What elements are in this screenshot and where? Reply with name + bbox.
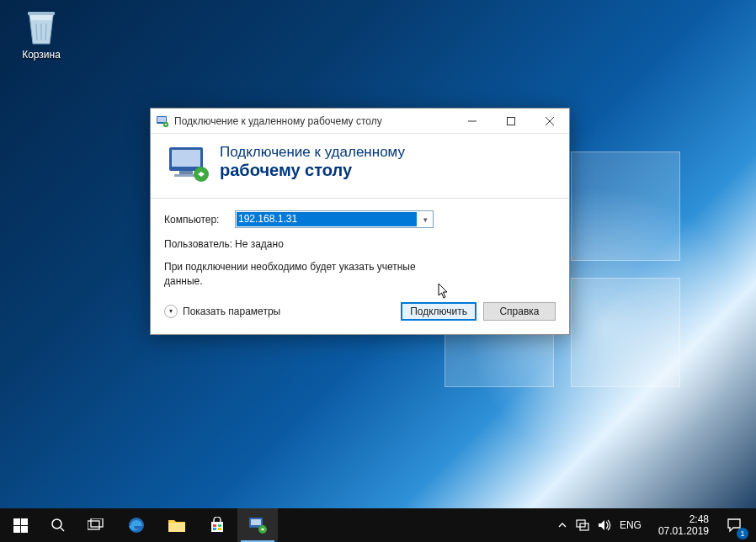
svg-rect-14 bbox=[21, 518, 28, 525]
heading-line1: Подключение к удаленному bbox=[220, 144, 405, 161]
svg-rect-15 bbox=[13, 526, 20, 533]
show-options-label: Показать параметры bbox=[183, 306, 280, 317]
taskbar-edge-icon[interactable] bbox=[116, 508, 157, 542]
recycle-bin[interactable]: Корзина bbox=[10, 7, 72, 61]
notification-badge: 1 bbox=[737, 528, 748, 539]
credentials-hint: При подключении необходимо будет указать… bbox=[164, 260, 417, 289]
tray-language[interactable]: ENG bbox=[620, 519, 642, 531]
chevron-down-icon[interactable]: ▾ bbox=[418, 215, 433, 224]
rdp-logo-icon bbox=[164, 144, 211, 184]
heading-line2: рабочему столу bbox=[220, 161, 405, 180]
svg-rect-28 bbox=[251, 519, 261, 525]
svg-rect-13 bbox=[13, 518, 20, 525]
taskbar-rdp-icon[interactable] bbox=[237, 508, 278, 542]
svg-rect-5 bbox=[508, 118, 515, 125]
svg-rect-2 bbox=[157, 117, 166, 122]
svg-rect-16 bbox=[21, 526, 28, 533]
svg-point-17 bbox=[52, 519, 61, 529]
rdp-window: Подключение к удаленному рабочему столу bbox=[150, 108, 570, 335]
tray-volume-icon[interactable] bbox=[598, 519, 611, 531]
svg-line-18 bbox=[61, 528, 64, 531]
svg-rect-0 bbox=[28, 12, 55, 15]
task-view-button[interactable] bbox=[76, 508, 116, 542]
computer-value[interactable]: 192.168.1.31 bbox=[237, 212, 417, 226]
svg-rect-26 bbox=[218, 528, 221, 530]
svg-rect-22 bbox=[168, 523, 185, 532]
taskbar-store-icon[interactable] bbox=[197, 508, 237, 542]
window-title: Подключение к удаленному рабочему столу bbox=[174, 115, 453, 127]
recycle-bin-icon bbox=[23, 7, 60, 47]
minimize-button[interactable] bbox=[453, 109, 492, 134]
taskbar-time: 2:48 bbox=[658, 513, 709, 525]
close-button[interactable] bbox=[530, 109, 569, 134]
svg-rect-9 bbox=[172, 150, 200, 167]
tray-chevron-up-icon[interactable] bbox=[557, 520, 567, 530]
expand-chevron-icon: ▾ bbox=[164, 305, 178, 318]
search-button[interactable] bbox=[40, 508, 76, 542]
start-button[interactable] bbox=[0, 508, 40, 542]
titlebar[interactable]: Подключение к удаленному рабочему столу bbox=[151, 109, 569, 134]
taskbar-clock[interactable]: 2:48 07.01.2019 bbox=[650, 513, 717, 538]
maximize-button[interactable] bbox=[492, 109, 530, 134]
rdp-title-icon bbox=[156, 114, 169, 128]
svg-rect-10 bbox=[179, 171, 193, 174]
tray-network-icon[interactable] bbox=[576, 519, 589, 531]
action-center-button[interactable]: 1 bbox=[717, 508, 751, 542]
svg-rect-24 bbox=[218, 524, 221, 527]
header: Подключение к удаленному рабочему столу bbox=[151, 134, 569, 199]
show-options-toggle[interactable]: ▾ Показать параметры bbox=[164, 305, 280, 318]
svg-rect-20 bbox=[91, 518, 103, 527]
connect-button[interactable]: Подключить bbox=[401, 302, 476, 321]
taskbar: ENG 2:48 07.01.2019 1 bbox=[0, 508, 756, 542]
svg-rect-23 bbox=[213, 524, 216, 527]
svg-rect-25 bbox=[213, 528, 216, 530]
svg-rect-19 bbox=[88, 521, 99, 529]
user-value: Не задано bbox=[235, 238, 284, 250]
computer-label: Компьютер: bbox=[164, 214, 235, 226]
computer-combobox[interactable]: 192.168.1.31 ▾ bbox=[235, 210, 434, 228]
recycle-bin-label: Корзина bbox=[10, 49, 72, 61]
taskbar-date: 07.01.2019 bbox=[658, 525, 709, 537]
user-label: Пользователь: bbox=[164, 238, 235, 250]
taskbar-file-explorer-icon[interactable] bbox=[157, 508, 197, 542]
help-button[interactable]: Справка bbox=[483, 302, 556, 321]
